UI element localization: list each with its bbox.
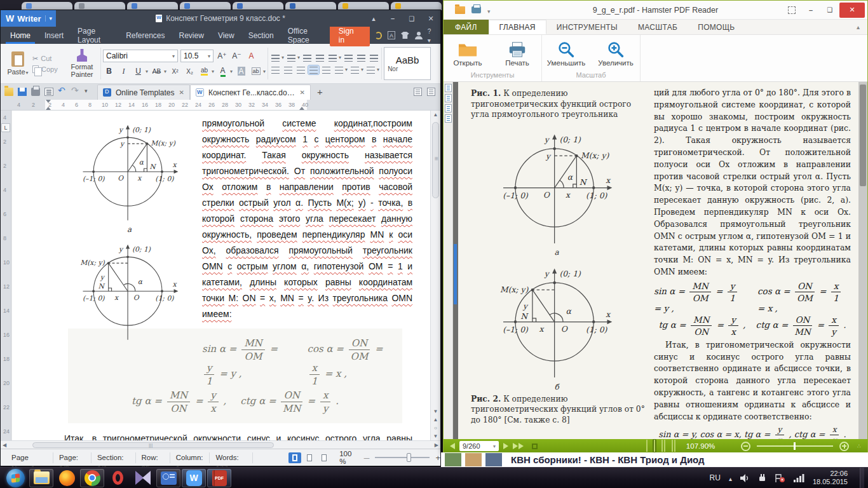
account-icon[interactable] [415, 32, 422, 39]
pdf-tab-1[interactable]: ГЛАВНАЯ [489, 20, 546, 34]
format-painter-button[interactable]: Format Painter [65, 46, 98, 81]
single-page-view-button[interactable] [645, 439, 649, 453]
undo-icon[interactable] [58, 88, 67, 96]
menu-review[interactable]: Review [172, 27, 211, 44]
skin-icon[interactable] [401, 32, 409, 39]
scroll-down-icon[interactable]: ▼ [431, 407, 440, 416]
clear-format-button[interactable] [245, 50, 257, 62]
chrome-button[interactable] [80, 469, 104, 487]
language-indicator[interactable]: RU [710, 473, 721, 482]
zoom-out-icon[interactable] [363, 454, 369, 461]
strikethrough-button[interactable] [151, 65, 163, 78]
media-app-button[interactable] [156, 469, 180, 487]
print-preview-icon[interactable] [44, 88, 53, 96]
thumbnail-icon[interactable] [445, 84, 452, 92]
menu-insert[interactable]: Insert [37, 27, 71, 44]
pdf-tab-4[interactable]: ПОМОЩЬ [688, 20, 745, 34]
thumbnail-icon[interactable] [445, 104, 452, 112]
highlight-button[interactable] [198, 65, 210, 78]
pdf-reader-button[interactable]: PDF [207, 469, 231, 487]
docer-icon[interactable] [375, 32, 382, 39]
styles-icon[interactable] [388, 31, 395, 39]
align-center-button[interactable] [283, 65, 294, 74]
new-tab-button[interactable]: + [311, 86, 329, 97]
presentation-mode-button[interactable] [532, 444, 538, 449]
opera-button[interactable] [105, 469, 130, 487]
quick-access-dropdown-icon[interactable] [85, 88, 93, 96]
print-icon[interactable] [471, 6, 481, 13]
shrink-font-button[interactable] [231, 50, 243, 62]
status-item[interactable]: Column: 1 [170, 452, 210, 463]
pdf-page[interactable]: Рис. 1. К определению тригонометрических… [458, 82, 858, 439]
document-page[interactable]: y(0; 1)M(x; y)x(–1; 0)(1; 0)OyxNαа y(0; … [12, 111, 430, 440]
document-tab[interactable]: Конспект Ге...класс.doc *✕ [190, 85, 311, 100]
close-tab-icon[interactable]: ✕ [300, 89, 305, 96]
pdf-zoom-in-button[interactable]: Увеличить [593, 41, 639, 67]
minimize-button[interactable] [383, 10, 402, 27]
print-icon[interactable] [31, 88, 40, 96]
phonetic-guide-button[interactable] [250, 65, 262, 78]
two-page-continuous-view-button[interactable] [670, 439, 677, 453]
menu-office-space[interactable]: Office Space [281, 27, 330, 44]
menu-view[interactable]: View [211, 27, 241, 44]
web-layout-view-button[interactable] [318, 452, 330, 463]
previous-page-icon[interactable]: ▲ [431, 416, 440, 424]
status-item[interactable]: Words: 177 [210, 452, 253, 463]
scroll-up-icon[interactable]: ▲ [431, 111, 440, 119]
clock[interactable]: 22:06 18.05.2015 [813, 470, 851, 486]
network-signal-icon[interactable] [794, 474, 804, 482]
outline-view-button[interactable] [303, 452, 316, 463]
text-direction-button[interactable] [327, 53, 338, 62]
horizontal-ruler[interactable]: 42246810121416182022242628303234363840 [1, 100, 440, 111]
menu-references[interactable]: References [119, 27, 172, 44]
pdf-tab-0[interactable]: ФАЙЛ [444, 20, 489, 34]
minimize-button[interactable] [801, 3, 820, 17]
start-button[interactable] [3, 469, 28, 487]
paste-button[interactable]: Paste ▾ [3, 46, 32, 81]
menu-section[interactable]: Section [241, 27, 281, 44]
continuous-view-button[interactable] [653, 439, 656, 453]
chevron-down-icon[interactable]: ▾ [45, 15, 53, 22]
writer-vertical-scrollbar[interactable]: ▲ ▼ ▲ ○ ▼ [430, 111, 440, 440]
character-shading-button[interactable] [235, 65, 247, 78]
shading-button[interactable] [349, 65, 360, 74]
pdf-tab-3[interactable]: МАСШТАБ [628, 20, 688, 34]
scroll-left-icon[interactable]: ◀ [3, 441, 6, 449]
status-item[interactable]: Section: 1/1 [92, 452, 136, 463]
action-center-flag-icon[interactable] [775, 474, 785, 482]
close-button[interactable] [421, 10, 440, 27]
pdf-scrollbar-thumb[interactable] [860, 85, 866, 186]
increase-indent-button[interactable] [315, 53, 325, 62]
pdf-zoom-level[interactable]: 107.90% [686, 442, 715, 450]
wrap-button[interactable] [356, 53, 367, 62]
vertical-ruler[interactable]: 4224681012141618202224 [1, 111, 11, 440]
numbered-list-button[interactable] [286, 53, 297, 62]
menu-page-layout[interactable]: Page Layout [71, 27, 119, 44]
show-marks-button[interactable] [369, 53, 379, 62]
pdf-printer-button[interactable]: Печать [494, 41, 540, 67]
collapse-ribbon-icon[interactable] [857, 24, 860, 30]
cut-button[interactable]: Cut [32, 55, 65, 63]
next-page-button[interactable] [503, 443, 508, 449]
scrollbar-thumb[interactable] [432, 122, 439, 198]
bullet-list-button[interactable] [270, 53, 281, 62]
italic-button[interactable] [118, 65, 130, 78]
next-page-icon[interactable]: ▼ [431, 432, 440, 440]
font-color-button[interactable] [217, 65, 229, 78]
zoom-out-button[interactable] [741, 442, 750, 451]
save-icon[interactable] [18, 88, 27, 96]
two-page-view-button[interactable] [660, 439, 667, 453]
line-spacing-button[interactable] [334, 65, 344, 74]
file-explorer-button[interactable] [29, 469, 53, 487]
last-page-button[interactable] [513, 443, 524, 449]
resize-grip-icon[interactable]: ∴ [857, 443, 861, 449]
open-file-icon[interactable] [455, 6, 465, 14]
subscript-button[interactable] [184, 65, 196, 78]
fullscreen-button[interactable] [782, 3, 801, 17]
quick-access-dropdown-icon[interactable] [487, 4, 491, 16]
hscrollbar-thumb[interactable] [32, 442, 274, 448]
writer-app-button[interactable]: W Writer ▾ [1, 10, 56, 27]
borders-button[interactable] [365, 65, 376, 74]
close-button[interactable] [839, 3, 865, 18]
copy-button[interactable]: Copy [32, 65, 65, 73]
